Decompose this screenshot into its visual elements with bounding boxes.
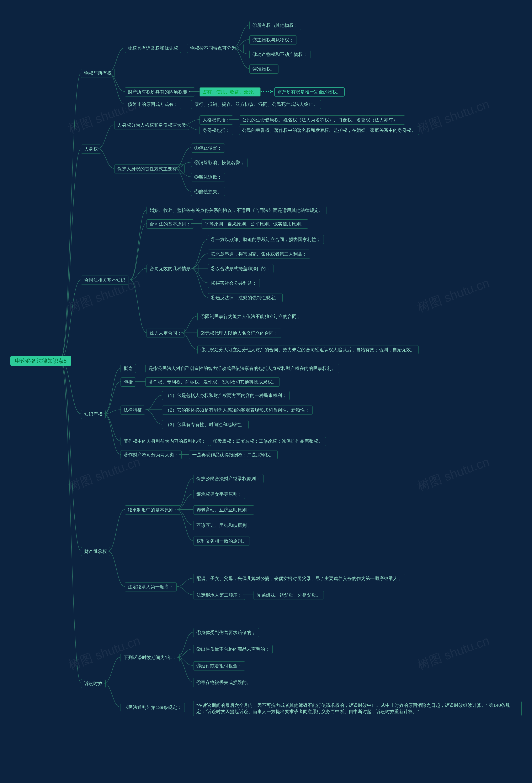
b5-2b[interactable]: 法定继承人第二顺序：	[193, 591, 245, 600]
b4-1[interactable]: 概念	[121, 364, 136, 373]
b1-1a2[interactable]: ②主物权与从物权；	[250, 35, 297, 44]
b1-1a[interactable]: 物权按不同特点可分为：	[187, 44, 243, 53]
b5-1c[interactable]: 养老育幼、互济互助原则；	[193, 505, 254, 514]
b6-1a[interactable]: ①身体受到伤害要求赔偿的；	[193, 628, 259, 637]
b4-4[interactable]: 著作权中的人身利益为内容的权利包括：	[121, 437, 209, 446]
watermark: 树图 shutu.cn	[415, 453, 492, 495]
b1-3[interactable]: 债终止的原因或方式有：	[125, 100, 181, 109]
b3-4a[interactable]: ①限制民事行为能力人依法不能独立订立的合同；	[197, 312, 304, 321]
b2-2[interactable]: 保护人身权的责任方式主要有：	[114, 164, 185, 174]
b5-1d[interactable]: 互谅互让、团结和睦原则；	[193, 521, 254, 530]
b2-1a1[interactable]: 公民的生命健康权、姓名权（法人为名称权）、肖像权、名誉权（法人亦有）。	[239, 116, 405, 125]
b2-1[interactable]: 人身权分为人格权和身份权两大类	[114, 121, 189, 130]
b3-4b[interactable]: ②无权代理人以他人名义订立的合同；	[197, 328, 281, 338]
b4-2a[interactable]: 著作权、专利权、商标权、发现权、发明权和其他科技成果权。	[145, 377, 280, 386]
b1-1a3[interactable]: ③动产物权和不动产物权；	[250, 50, 310, 59]
b2-2d[interactable]: ④赔偿损失。	[191, 187, 225, 196]
b1-2[interactable]: 财产所有权所具有的四项权能：	[125, 87, 195, 96]
watermark: 树图 shutu.cn	[415, 632, 492, 674]
b2-1b[interactable]: 身份权包括：	[199, 126, 233, 135]
b5-1a[interactable]: 保护公民合法财产继承权原则；	[193, 474, 264, 483]
b4-3b[interactable]: （2）它的客体必须是有能为人感知的客观表现形式和首创性、新颖性；	[162, 406, 312, 415]
b5-2b1[interactable]: 兄弟姐妹、祖父母、外祖父母。	[254, 591, 324, 600]
b3-3a[interactable]: ①一方以欺诈、胁迫的手段订立合同，损害国家利益；	[208, 235, 324, 244]
b4-5a[interactable]: 一是再现作品获得报酬权；二是演绎权。	[189, 450, 278, 460]
b4-1a[interactable]: 是指公民法人对自己创造性的智力活动成果依法享有的包括人身权和财产权在内的民事权利…	[145, 364, 339, 373]
b1-2a[interactable]: 占有、使用、收益、处分。	[199, 87, 261, 96]
b3[interactable]: 合同法相关基本知识	[81, 276, 128, 285]
b3-3e[interactable]: ⑤违反法律、法规的强制性规定。	[208, 293, 282, 303]
b6-2a[interactable]: “在诉讼期间的最后六个月内，因不可抗力或者其他障碍不能行使请求权的，诉讼时效中止…	[193, 701, 522, 716]
b3-4c[interactable]: ③无权处分人订立处分他人财产的合同。效力未定的合同经追认权人追认后，自始有效；否…	[197, 345, 419, 354]
b1-3a[interactable]: 履行、抵销、提存、双方协议、混同、公民死亡或法人终止。	[191, 100, 321, 109]
b3-4[interactable]: 效力未定合同：	[146, 328, 185, 338]
b2-1b1[interactable]: 公民的荣誉权、著作权中的署名权和发表权、监护权，在婚姻、家庭关系中的身份权。	[239, 126, 419, 135]
b5-1b[interactable]: 继承权男女平等原则；	[193, 490, 245, 499]
b2-2c[interactable]: ③赔礼道歉；	[191, 173, 225, 182]
b2[interactable]: 人身权	[81, 145, 101, 154]
b4[interactable]: 知识产权	[81, 410, 106, 419]
b3-3c[interactable]: ③以合法形式掩盖非法目的；	[208, 264, 273, 273]
b2-2a[interactable]: ①停止侵害；	[191, 144, 225, 153]
b4-3c[interactable]: （3）它具有专有性、时间性和地域性。	[162, 420, 248, 429]
b6-1d[interactable]: ④寄存物被丢失或损毁的。	[193, 678, 254, 687]
b3-2[interactable]: 合同法的基本原则：	[146, 219, 194, 228]
watermark: 树图 shutu.cn	[66, 453, 142, 495]
b1-1a1[interactable]: ①所有权与其他物权；	[250, 21, 301, 30]
b6-2[interactable]: 《民法通则》第139条规定：	[121, 703, 185, 712]
b3-3d[interactable]: ④损害社会公共利益；	[208, 279, 260, 288]
b1[interactable]: 物权与所有权	[81, 69, 115, 78]
b5-2[interactable]: 法定继承人第一顺序：	[125, 582, 177, 591]
b3-2a[interactable]: 平等原则、自愿原则、公平原则、诚实信用原则。	[202, 219, 308, 228]
b6-1[interactable]: 下列诉讼时效期间为1年：	[121, 653, 179, 662]
b5[interactable]: 财产继承权	[81, 547, 110, 556]
watermark: 树图 shutu.cn	[415, 275, 492, 316]
b1-1[interactable]: 物权具有追及权和优先权	[125, 44, 181, 53]
b3-3[interactable]: 合同无效的几种情形：	[146, 264, 198, 273]
b3-3b[interactable]: ②恶意串通，损害国家、集体或者第三人利益；	[208, 250, 310, 259]
b5-1e[interactable]: 权利义务相一致的原则。	[193, 537, 250, 546]
b6-1b[interactable]: ②出售质量不合格的商品未声明的；	[193, 645, 273, 654]
watermark: 树图 shutu.cn	[415, 96, 492, 137]
b4-3[interactable]: 法律特征	[121, 406, 145, 415]
b4-2[interactable]: 包括	[121, 377, 136, 386]
b4-3a[interactable]: （1）它是包括人身权和财产权两方面内容的一种民事权利；	[162, 391, 290, 400]
b5-1[interactable]: 继承制度中的基本原则：	[125, 505, 181, 514]
b3-1[interactable]: 婚姻、收养、监护等有关身份关系的协议，不适用《合同法》而是适用其他法律规定。	[146, 206, 327, 215]
b5-2a[interactable]: 配偶、子女、父母，丧偶儿媳对公婆，丧偶女婿对岳父母，尽了主要赡养义务的作为第一顺…	[193, 574, 405, 583]
root-node[interactable]: 申论必备法律知识点5	[10, 356, 71, 366]
b6[interactable]: 诉讼时效	[81, 679, 106, 688]
b4-5[interactable]: 著作财产权可分为两大类：	[121, 450, 181, 460]
b1-2b[interactable]: 财产所有权是唯一完全的物权。	[274, 87, 344, 96]
b2-1a[interactable]: 人格权包括：	[199, 116, 233, 125]
b6-1c[interactable]: ③延付或者拒付租金；	[193, 661, 245, 670]
b1-1a4[interactable]: ④准物权。	[250, 64, 278, 74]
b2-2b[interactable]: ②消除影响、恢复名誉；	[191, 158, 248, 167]
b4-4a[interactable]: ①发表权；②署名权；③修改权；④保护作品完整权。	[210, 437, 326, 446]
